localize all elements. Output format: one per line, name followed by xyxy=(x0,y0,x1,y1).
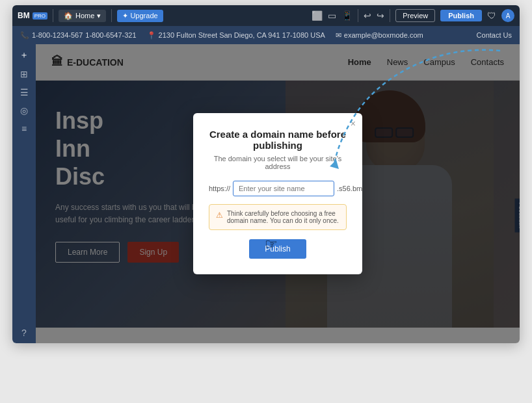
domain-warning: ⚠ Think carefully before choosing a free… xyxy=(209,204,347,230)
home-label: Home xyxy=(75,12,94,20)
domain-name-input[interactable] xyxy=(233,181,334,196)
phone1-item: 📞 1-800-1234-567 1-800-6547-321 xyxy=(20,31,137,40)
modal-overlay: × Create a domain name before publishing… xyxy=(36,44,520,343)
modal-subtitle: The domain you select will be your site'… xyxy=(209,155,347,170)
avatar[interactable]: A xyxy=(501,9,514,22)
settings-icon[interactable]: 🛡 xyxy=(487,10,496,21)
warning-icon: ⚠ xyxy=(216,211,223,220)
domain-prefix: https:// xyxy=(209,185,230,192)
email-item: ✉ example@boxmode.com xyxy=(336,31,423,40)
domain-input-row: https:// .s56.bm xyxy=(209,181,347,196)
main-toolbar: BM PRO 🏠 Home ▾ ✦ Upgrade ⬜ ▭ 📱 ↩ ↪ xyxy=(12,5,520,26)
separator xyxy=(53,9,53,22)
phone2-text: 1-800-6547-321 xyxy=(85,31,136,39)
email-icon: ✉ xyxy=(336,31,341,40)
site-toolbar: 📞 1-800-1234-567 1-800-6547-321 📍 2130 F… xyxy=(12,26,520,44)
location-icon: 📍 xyxy=(147,31,156,40)
warning-text: Think carefully before choosing a free d… xyxy=(227,210,339,224)
separator2 xyxy=(111,9,112,22)
view-icons: ⬜ ▭ 📱 xyxy=(312,10,352,21)
separator3 xyxy=(358,9,358,22)
publish-domain-modal: × Create a domain name before publishing… xyxy=(193,113,362,274)
modal-close-button[interactable]: × xyxy=(351,118,356,129)
editor-body: ＋ ⊞ ☰ ◎ ≡ ? 🏛 E-DUCATION Home xyxy=(12,44,520,343)
phone-icon: 📞 xyxy=(20,31,29,40)
modal-publish-button[interactable]: Publish xyxy=(249,239,306,259)
layers-icon[interactable]: ☰ xyxy=(20,87,29,98)
home-button[interactable]: 🏠 Home ▾ xyxy=(59,10,106,22)
email-text: example@boxmode.com xyxy=(344,31,423,39)
pro-badge: PRO xyxy=(33,12,47,20)
desktop-icon[interactable]: ⬜ xyxy=(312,10,323,21)
add-icon[interactable]: ＋ xyxy=(20,49,29,61)
upgrade-button[interactable]: ✦ Upgrade xyxy=(117,10,163,22)
preview-button[interactable]: Preview xyxy=(395,9,435,22)
left-panel: ＋ ⊞ ☰ ◎ ≡ ? xyxy=(12,44,36,343)
media-icon[interactable]: ◎ xyxy=(20,105,28,116)
domain-suffix: .s56.bm xyxy=(337,185,362,192)
logo-area: BM PRO xyxy=(18,11,47,20)
contact-us-link[interactable]: Contact Us xyxy=(477,31,512,39)
home-icon: 🏠 xyxy=(64,12,73,20)
logo-text: BM xyxy=(18,11,30,20)
mobile-icon[interactable]: 📱 xyxy=(341,10,352,21)
website-content: 🏛 E-DUCATION Home News Campus Contacts xyxy=(36,44,520,343)
menu-icon[interactable]: ≡ xyxy=(21,124,27,134)
phone1-text: 1-800-1234-567 xyxy=(32,31,83,39)
modal-title: Create a domain name before publishing xyxy=(209,129,347,151)
grid-icon[interactable]: ⊞ xyxy=(20,69,28,79)
home-arrow: ▾ xyxy=(97,12,101,20)
publish-button[interactable]: Publish xyxy=(440,10,482,21)
separator4 xyxy=(390,9,390,22)
address-text: 2130 Fulton Street San Diego, CA 941 17-… xyxy=(159,31,325,39)
help-icon[interactable]: ? xyxy=(21,328,27,338)
tablet-icon[interactable]: ▭ xyxy=(328,10,336,21)
undo-icon[interactable]: ↩ xyxy=(364,10,371,21)
upgrade-label: ✦ Upgrade xyxy=(122,12,157,20)
redo-icon[interactable]: ↪ xyxy=(377,10,384,21)
address-item: 📍 2130 Fulton Street San Diego, CA 941 1… xyxy=(147,31,325,40)
